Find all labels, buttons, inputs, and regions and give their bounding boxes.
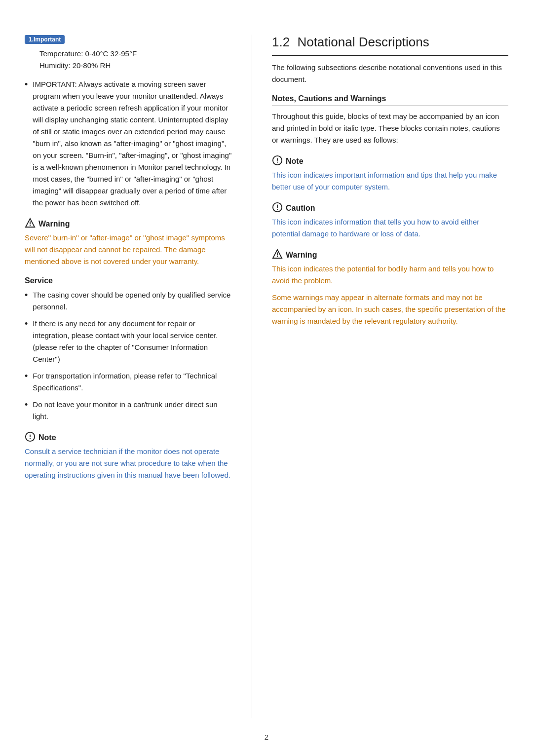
svg-point-4 [30,438,31,439]
note-text-right: This icon indicates important informatio… [272,169,508,193]
note-icon-left [25,431,36,444]
warning-icon-right [272,249,283,261]
warning-text1-right: This icon indicates the potential for bo… [272,263,508,287]
left-column: 1.Important Temperature: 0-40°C 32-95°F … [0,35,252,490]
warning-header-left: Warning [25,218,232,230]
caution-icon [272,202,283,214]
warning-icon-left [25,218,36,230]
caution-label: Caution [286,204,315,213]
caution-header: Caution [272,202,508,214]
main-bullet-list: IMPORTANT: Always activate a moving scre… [25,78,232,209]
temp-humidity: Temperature: 0-40°C 32-95°F Humidity: 20… [39,48,232,72]
service-bullet-list: The casing cover should be opened only b… [25,289,232,422]
temp-line1: Temperature: 0-40°C 32-95°F [39,48,232,60]
svg-point-11 [277,256,278,257]
warning-label-left: Warning [38,220,70,228]
warning-header-right: Warning [272,249,508,261]
note-header-left: Note [25,431,232,444]
page: 1.Important Temperature: 0-40°C 32-95°F … [0,15,533,756]
section-title: 1.2 Notational Descriptions [272,35,508,56]
service-bullet-1: The casing cover should be opened only b… [25,289,232,313]
caution-block-right: Caution This icon indicates information … [272,202,508,240]
main-bullet-item: IMPORTANT: Always activate a moving scre… [25,78,232,209]
note-block-right: Note This icon indicates important infor… [272,155,508,193]
service-bullet-3: For transportation information, please r… [25,370,232,394]
note-header-right: Note [272,155,508,167]
right-column: 1.2 Notational Descriptions The followin… [252,35,533,336]
section-title-text: Notational Descriptions [297,35,429,49]
caution-text: This icon indicates information that tel… [272,216,508,240]
svg-point-0 [30,225,31,226]
important-badge: 1.Important [25,35,65,44]
temp-line2: Humidity: 20-80% RH [39,60,232,72]
right-intro: The following subsections describe notat… [272,62,508,85]
sub-heading: Notes, Cautions and Warnings [272,94,508,106]
service-bullet-2: If there is any need for any document fo… [25,318,232,365]
svg-point-7 [277,162,278,163]
note-icon-right [272,155,283,167]
warning-block-left: Warning Severe'' burn-in'' or "after-ima… [25,218,232,267]
warning-text-left: Severe'' burn-in'' or "after-image'' or … [25,232,232,267]
sub-intro: Throughout this guide, blocks of text ma… [272,111,508,146]
section-number: 1.2 [272,35,290,49]
note-label-left: Note [38,433,56,442]
service-bullet-4: Do not leave your monitor in a car/trunk… [25,399,232,422]
warning-label-right: Warning [286,251,317,260]
warning-block-right: Warning This icon indicates the potentia… [272,249,508,327]
page-number: 2 [0,733,533,741]
service-heading: Service [25,276,232,285]
warning-text2-right: Some warnings may appear in alternate fo… [272,292,508,327]
note-text-left: Consult a service technician if the moni… [25,446,232,481]
note-label-right: Note [286,157,304,166]
note-block-left: Note Consult a service technician if the… [25,431,232,481]
svg-point-10 [277,209,278,210]
